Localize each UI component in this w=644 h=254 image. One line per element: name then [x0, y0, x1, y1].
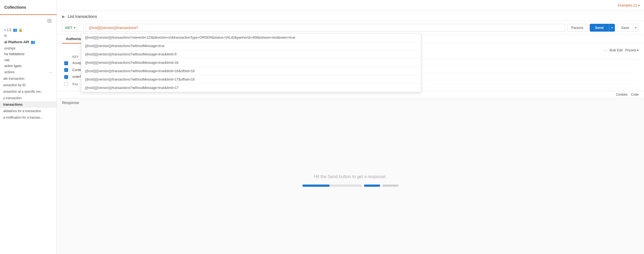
presets-button[interactable]: Presets ▾: [625, 48, 639, 52]
autocomplete-item-0[interactable]: {{host}}{{version}}/transactions?ownerId…: [81, 34, 421, 42]
autocomplete-item-4[interactable]: {{host}}{{version}}/transactions?without…: [81, 67, 421, 75]
cookies-button[interactable]: Cookies: [616, 93, 628, 96]
sidebar-title-text: Collections: [4, 5, 26, 9]
people-icon: 👥: [13, 28, 17, 32]
transactions-label: actions: [4, 70, 15, 74]
sidebar-transactions-group[interactable]: actions ···: [0, 69, 56, 75]
examples-link[interactable]: Examples (1) ▾: [618, 4, 640, 7]
transactions-dots-menu[interactable]: ···: [49, 70, 52, 74]
sidebar-item-validations-for[interactable]: alidations for a transaction: [0, 108, 56, 114]
autocomplete-dropdown: {{host}}{{version}}/transactions?ownerId…: [81, 33, 421, 92]
autocomplete-item-6[interactable]: {{host}}{{version}}/transactions?without…: [81, 84, 421, 92]
presets-chevron-icon: ▾: [637, 48, 639, 52]
checkbox-key[interactable]: [64, 82, 68, 86]
sidebar-title: Collections: [0, 0, 56, 15]
main-content: Examples (1) ▾ ▶ List transactions GET ▾…: [57, 0, 644, 254]
bulk-edit-button[interactable]: Bulk Edit: [610, 48, 622, 52]
sidebar-item-fy-transaction[interactable]: y transaction: [0, 95, 56, 101]
sidebar-sub-ts: ts: [0, 33, 56, 38]
autocomplete-item-1[interactable]: {{host}}{{version}}/transactions?without…: [81, 42, 421, 50]
save-button-group: Save ▾: [617, 24, 639, 32]
response-hint-text: Hit the Send button to get a response.: [314, 174, 387, 179]
more-options-button[interactable]: ···: [604, 48, 607, 52]
examples-chevron-icon: ▾: [638, 4, 640, 7]
sidebar-icons: 👥 🔒: [13, 28, 23, 32]
progress-bar-fill: [302, 185, 329, 187]
url-input[interactable]: [86, 24, 565, 32]
sidebar-item-get-by-id[interactable]: ansaction by ID: [0, 82, 56, 88]
params-button[interactable]: Params: [567, 24, 588, 32]
sidebar-item-get-at-rev[interactable]: ansaction at a specific rev...: [0, 88, 56, 95]
sidebar-item-notification[interactable]: a notification for a transac...: [0, 114, 56, 121]
response-area: Response Hit the Send button to get a re…: [57, 98, 644, 254]
progress-bar-background: [302, 185, 362, 187]
top-bar: Examples (1) ▾: [57, 0, 644, 11]
checkbox-orderful[interactable]: ✓: [64, 75, 68, 79]
autocomplete-item-5[interactable]: {{host}}{{version}}/transactions?without…: [81, 75, 421, 84]
send-button[interactable]: Send: [590, 24, 609, 32]
method-chevron-icon: ▾: [74, 26, 75, 29]
triangle-icon: ▶: [62, 14, 65, 19]
version-text: v 1.5: [4, 28, 11, 32]
progress-bar-row: [302, 185, 399, 187]
response-label: Response: [57, 98, 85, 107]
api-title-text: al Platform API: [4, 40, 29, 44]
sidebar-actions: [0, 15, 56, 27]
people-icon-api: 👥: [31, 40, 35, 44]
new-tab-button[interactable]: [46, 17, 53, 25]
checkbox-content-type[interactable]: ✓: [64, 68, 68, 72]
send-button-group: Send ▾: [590, 24, 615, 32]
lock-icon: 🔒: [18, 28, 23, 32]
save-dropdown-button[interactable]: ▾: [633, 24, 638, 31]
method-text: GET: [65, 26, 72, 30]
sidebar-action-types[interactable]: action types: [0, 63, 56, 69]
method-select[interactable]: GET ▾: [62, 24, 84, 32]
sidebar-item-create-transaction[interactable]: ate transaction: [0, 75, 56, 82]
code-button[interactable]: Code: [631, 93, 639, 96]
autocomplete-item-2[interactable]: {{host}}{{version}}/transactions?without…: [81, 50, 421, 59]
progress-pill-gray: [382, 185, 399, 187]
sidebar-sub-onships: onships: [0, 46, 56, 51]
send-dropdown-button[interactable]: ▾: [609, 24, 615, 32]
sidebar: Collections v 1.5 👥 🔒 ts al Platform API…: [0, 0, 57, 254]
autocomplete-item-3[interactable]: {{host}}{{version}}/transactions?without…: [81, 59, 421, 67]
checkbox-accept[interactable]: ✓: [64, 61, 68, 65]
progress-pill-blue: [364, 185, 380, 187]
col-check: [62, 54, 70, 60]
sidebar-validations[interactable]: ha Validations: [0, 51, 56, 57]
response-empty-state: Hit the Send button to get a response.: [57, 107, 644, 254]
request-header: ▶ List transactions: [57, 11, 644, 21]
sidebar-version: v 1.5 👥 🔒: [0, 27, 56, 33]
sidebar-nas[interactable]: nas: [0, 57, 56, 63]
sidebar-api-title[interactable]: al Platform API 👥: [0, 38, 56, 46]
request-title: List transactions: [68, 14, 97, 19]
url-bar: GET ▾ Params Send ▾ Save ▾ {{host}}{{ver…: [57, 21, 644, 35]
save-button[interactable]: Save: [617, 24, 633, 31]
sidebar-item-list-transactions[interactable]: transactions: [0, 101, 56, 108]
